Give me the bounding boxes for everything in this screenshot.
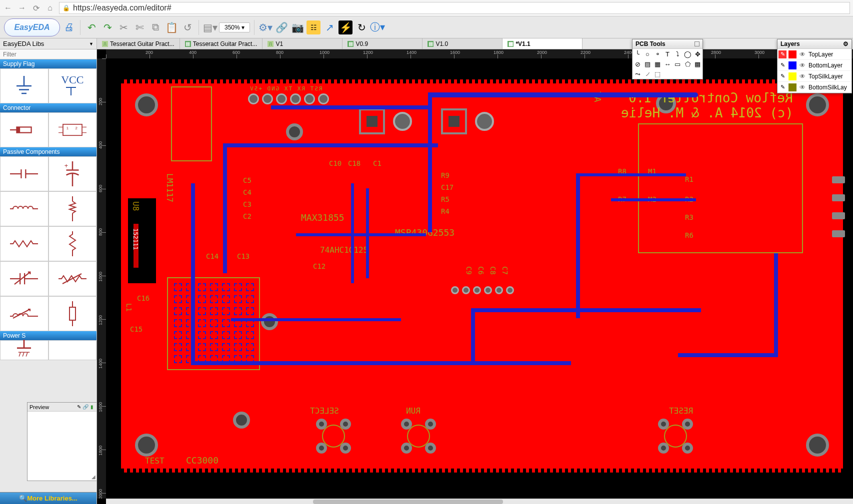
tool-image[interactable]: ▨ bbox=[642, 59, 652, 69]
tool-rect[interactable]: ▭ bbox=[672, 59, 682, 69]
camera-icon[interactable]: 📷 bbox=[290, 20, 304, 34]
resistor-zigzag[interactable] bbox=[0, 226, 48, 261]
tool-measure[interactable]: ⟋ bbox=[642, 69, 652, 79]
tab-tesseract-guitar-pract-[interactable]: ▦Tesseract Guitar Pract... bbox=[180, 38, 263, 49]
tool-poly[interactable]: ⬠ bbox=[682, 59, 692, 69]
layer-row-topsilklayer[interactable]: ✎👁TopSilkLayer bbox=[778, 71, 852, 82]
board-copyright: (c) 2014 A. & M. Helie bbox=[621, 105, 793, 120]
layer-row-bottomlayer[interactable]: ✎👁BottomLayer bbox=[778, 60, 852, 71]
eye-icon[interactable]: 👁 bbox=[798, 61, 806, 69]
document-tabs: ⎍Tesseract Guitar Pract...▦Tesseract Gui… bbox=[97, 38, 853, 49]
minimize-icon[interactable] bbox=[694, 41, 700, 46]
tool-circle[interactable]: ◯ bbox=[682, 49, 692, 59]
pencil-icon[interactable]: ✎ bbox=[778, 61, 786, 69]
reload-button[interactable]: ⟳ bbox=[31, 3, 41, 13]
pcb-canvas[interactable]: Reflow Controller 1.0 (c) 2014 A. & M. H… bbox=[106, 58, 853, 499]
tool-via[interactable]: ⚬ bbox=[652, 49, 662, 59]
tool-arc[interactable]: ⤵ bbox=[672, 49, 682, 59]
tool-group[interactable]: ⬚ bbox=[652, 69, 662, 79]
vcc-symbol[interactable]: VCC bbox=[48, 68, 97, 103]
crystal-symbol[interactable] bbox=[48, 296, 97, 331]
url-input[interactable]: 🔒 https://easyeda.com/editor# bbox=[59, 2, 850, 14]
tab-v0-9[interactable]: ▦V0.9 bbox=[342, 38, 422, 49]
zoom-level[interactable]: 350% ▾ bbox=[219, 22, 250, 32]
align-icon[interactable]: ▤▾ bbox=[203, 20, 217, 34]
settings-icon[interactable]: ⚙▾ bbox=[258, 20, 272, 34]
trace bbox=[271, 105, 431, 109]
capacitor-symbol[interactable] bbox=[0, 156, 48, 191]
section-connector[interactable]: Connector bbox=[0, 103, 96, 112]
export-icon[interactable]: ↗ bbox=[322, 20, 336, 34]
variable-cap[interactable] bbox=[0, 261, 48, 296]
easyeda-logo[interactable]: EasyEDA bbox=[4, 18, 60, 36]
eye-icon[interactable]: 👁 bbox=[798, 72, 806, 80]
layer-color-swatch bbox=[788, 61, 796, 69]
tool-copper[interactable]: ▩ bbox=[692, 59, 702, 69]
trace bbox=[351, 183, 354, 283]
sim-icon[interactable]: ⚡ bbox=[338, 20, 352, 34]
layers-settings-icon[interactable]: ⚙ bbox=[843, 40, 848, 47]
preview-battery-icon[interactable]: ▮ bbox=[89, 404, 94, 410]
svg-text:2: 2 bbox=[75, 126, 77, 130]
layer-row-toplayer[interactable]: ✎👁TopLayer bbox=[778, 49, 852, 60]
gnd-symbol[interactable] bbox=[0, 68, 48, 103]
library-filter-input[interactable] bbox=[0, 49, 96, 59]
power-2[interactable] bbox=[48, 340, 97, 360]
resistor-us-symbol[interactable] bbox=[48, 191, 97, 226]
tool-dim[interactable]: ↔ bbox=[662, 59, 672, 69]
scissors-icon[interactable]: ✄ bbox=[132, 20, 146, 34]
horizontal-scrollbar[interactable] bbox=[106, 499, 853, 504]
preview-edit-icon[interactable]: ✎ bbox=[76, 404, 82, 410]
delete-icon[interactable]: ↺ bbox=[180, 20, 194, 34]
pencil-icon[interactable]: ✎ bbox=[778, 50, 786, 58]
section-passive[interactable]: Passive Components bbox=[0, 147, 96, 156]
tab--v1-1[interactable]: ▦*V1.1 bbox=[502, 38, 582, 49]
preview-link-icon[interactable]: 🔗 bbox=[82, 404, 88, 410]
info-icon[interactable]: ⓘ▾ bbox=[370, 20, 384, 34]
tab-tesseract-guitar-pract-[interactable]: ⎍Tesseract Guitar Pract... bbox=[97, 38, 180, 49]
tool-hole[interactable]: ⊘ bbox=[632, 59, 642, 69]
pencil-icon[interactable]: ✎ bbox=[778, 72, 786, 80]
tool-move[interactable]: ✥ bbox=[692, 49, 702, 59]
tab-v1-0[interactable]: ▦V1.0 bbox=[422, 38, 502, 49]
eye-icon[interactable]: 👁 bbox=[798, 83, 806, 91]
tool-pad[interactable]: ○ bbox=[642, 49, 652, 59]
tool-connect[interactable]: ⤳ bbox=[632, 69, 642, 79]
sidebar-title[interactable]: EasyEDA Libs bbox=[0, 38, 96, 49]
pencil-icon[interactable]: ✎ bbox=[778, 83, 786, 91]
trace bbox=[471, 308, 475, 363]
tool-text[interactable]: T bbox=[662, 49, 672, 59]
polarized-cap-symbol[interactable]: + bbox=[48, 156, 97, 191]
share-icon[interactable]: 🔗 bbox=[274, 20, 288, 34]
section-supply[interactable]: Supply Flag bbox=[0, 59, 96, 68]
vertical-ruler: 0200400600800100012001400160018002000220… bbox=[97, 58, 106, 499]
eye-icon[interactable]: 👁 bbox=[798, 50, 806, 58]
print-icon[interactable]: 🖨 bbox=[62, 20, 76, 34]
undo-icon[interactable]: ↶ bbox=[84, 20, 98, 34]
more-libraries-button[interactable]: More Libraries... bbox=[0, 492, 96, 504]
connector-1[interactable] bbox=[0, 112, 48, 147]
copy-icon[interactable]: ⧉ bbox=[148, 20, 162, 34]
back-button[interactable]: ← bbox=[3, 3, 13, 13]
ref-max31855: MAX31855 bbox=[301, 212, 344, 223]
resize-handle[interactable]: ◢ bbox=[92, 474, 96, 480]
inductor-symbol[interactable] bbox=[0, 191, 48, 226]
home-button[interactable]: ⌂ bbox=[45, 3, 55, 13]
tool-canvas[interactable]: ▦ bbox=[652, 59, 662, 69]
ref-152111: 152111 bbox=[132, 228, 139, 250]
header-labels: RST RX TX GND +5V bbox=[249, 85, 322, 92]
cut-icon[interactable]: ✂ bbox=[116, 20, 130, 34]
history-icon[interactable]: ↻ bbox=[354, 20, 368, 34]
connector-2[interactable]: 12 bbox=[48, 112, 97, 147]
tab-v1[interactable]: ⎍V1 bbox=[262, 38, 342, 49]
forward-button[interactable]: → bbox=[17, 3, 27, 13]
layer-row-bottomsilklay[interactable]: ✎👁BottomSilkLay bbox=[778, 82, 852, 93]
varistor[interactable] bbox=[48, 261, 97, 296]
resistor-zigzag-v[interactable] bbox=[48, 226, 97, 261]
paste-icon[interactable]: 📋 bbox=[164, 20, 178, 34]
tool-track[interactable]: ╰ bbox=[632, 49, 642, 59]
power-1[interactable] bbox=[0, 340, 48, 360]
bom-icon[interactable]: ☷ bbox=[306, 20, 320, 34]
pot-symbol[interactable] bbox=[0, 296, 48, 331]
redo-icon[interactable]: ↷ bbox=[100, 20, 114, 34]
